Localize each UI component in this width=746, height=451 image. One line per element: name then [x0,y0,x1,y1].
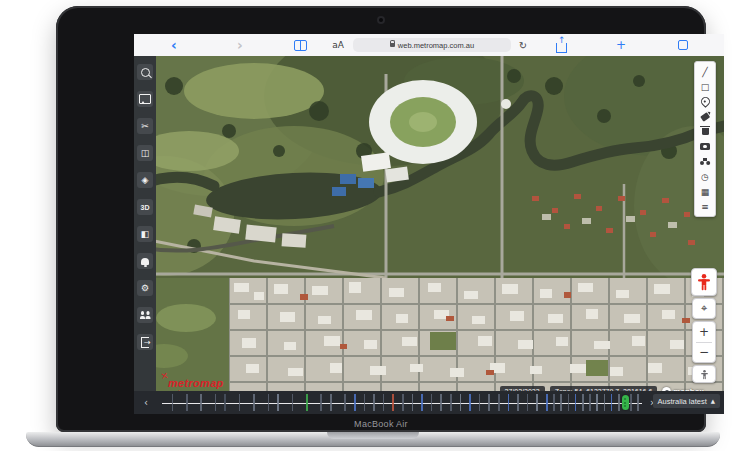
timeline-tick [546,394,548,411]
timeline-tick [536,394,538,411]
timeline-tick [479,394,481,411]
search-button[interactable] [137,64,153,80]
split-view-icon: ◫ [141,148,150,158]
3d-view-button[interactable]: 3D [137,199,153,215]
back-button[interactable]: ‹ [166,34,182,56]
delete-button[interactable] [695,124,715,139]
timeline-track[interactable] [162,393,642,412]
timeline-tick [431,394,433,411]
app-left-toolbar: ✂ ◫ ◈ 3D ◧ ⚙ [134,56,156,391]
layer-select-dropdown[interactable]: Australia latest ▲ [653,394,720,408]
timeline-tick [469,394,471,411]
new-tab-button[interactable]: + [613,34,629,56]
aerial-imagery [134,56,724,391]
history-button[interactable]: ◷ [695,169,715,184]
tools-menu-button[interactable]: ≡ [695,199,715,214]
timeline-tick [488,394,490,411]
gear-icon: ⚙ [141,283,149,293]
timeline-tick [460,394,462,411]
refresh-button[interactable]: ↻ [515,34,531,56]
binoculars-icon [700,158,711,165]
grid-overlay-button[interactable]: ▦ [695,184,715,199]
drop-pin-button[interactable] [695,94,715,109]
compare-button[interactable]: ◫ [137,145,153,161]
sidebar-reader-button[interactable] [292,34,308,56]
timeline-tick [568,394,570,411]
menu-icon: ≡ [701,202,709,212]
line-icon: ╱ [702,67,707,77]
forward-button[interactable]: › [232,34,248,56]
snapshot-button[interactable] [695,139,715,154]
draw-area-button[interactable]: □ [695,79,715,94]
drawing-tools-panel: ╱ □ ◷ ▦ ≡ [694,61,716,217]
tabs-button[interactable] [675,34,691,56]
map-pin-icon [699,95,712,108]
timeline-tick [402,394,404,411]
search-icon [141,68,150,77]
timeline-tick [589,394,591,411]
camera-icon [700,143,710,150]
laptop-bezel: MacBook Air ‹ › aA web.metromap.com.au ↻… [56,6,706,432]
trash-icon [702,128,709,135]
satellite-map[interactable]: ✕ metromap by aerometrex 27/02/2023 Zone… [134,56,724,391]
layers-button[interactable]: ◈ [137,172,153,188]
lock-icon [390,43,395,47]
timeline-tick [596,394,598,411]
timeline-tick [412,394,414,411]
url-field[interactable]: web.metromap.com.au [353,38,511,52]
laptop-model-label: MacBook Air [56,419,706,429]
timeline-tick [440,394,442,411]
timeline-tick [611,394,613,411]
timeline-prev-button[interactable]: ‹ [144,391,148,414]
timeline-tick [392,394,394,411]
user-group-button[interactable] [137,307,153,323]
street-view-pegman-button[interactable] [691,268,717,296]
bell-icon [141,258,149,265]
label-button[interactable] [695,109,715,124]
timeline-handle[interactable] [622,395,629,410]
timeline-tick [277,394,279,411]
timeline-tick [560,394,562,411]
scissors-icon: ✂ [141,121,149,131]
timeline-tick [253,394,255,411]
imagery-timeline-bar: ‹ › Australia latest ▲ [134,391,724,414]
zoom-in-button[interactable]: + [693,323,715,342]
timeline-tick [320,394,322,411]
timeline-tick [364,394,366,411]
url-text: web.metromap.com.au [398,41,474,50]
share-button[interactable] [553,34,569,56]
chevron-up-icon: ▲ [711,398,715,404]
pegman-icon [696,273,712,291]
logout-icon [141,337,149,348]
timeline-tick [517,394,519,411]
mini-pegman-button[interactable] [692,365,716,383]
clip-button[interactable]: ✂ [137,118,153,134]
draw-line-button[interactable]: ╱ [695,64,715,79]
timeline-tick [527,394,529,411]
timeline-tick [383,394,385,411]
timeline-tick [292,394,294,411]
reference-button[interactable]: ◧ [137,226,153,242]
timeline-tick [575,394,577,411]
logout-button[interactable] [137,334,153,350]
timeline-tick [604,394,606,411]
locate-me-button[interactable]: ⌖ [692,298,716,319]
screenshot-canvas: MacBook Air ‹ › aA web.metromap.com.au ↻… [0,0,746,451]
timeline-tick [553,394,555,411]
timeline-tick [637,394,639,411]
rectangle-icon: □ [701,82,710,92]
laptop-lid-notch [327,432,419,439]
image-icon [139,94,151,104]
inspect-button[interactable] [695,154,715,169]
timeline-tick [268,394,270,411]
metromap-logo-text: metromap [168,378,224,389]
reader-book-icon [294,40,307,51]
grid-icon: ▦ [701,187,710,197]
text-size-button[interactable]: aA [330,34,346,56]
zoom-out-button[interactable]: − [693,343,715,362]
imagery-export-button[interactable] [137,91,153,107]
book-icon: ◧ [141,229,150,239]
settings-button[interactable]: ⚙ [137,280,153,296]
timeline-tick [421,394,423,411]
notifications-button[interactable] [137,253,153,269]
